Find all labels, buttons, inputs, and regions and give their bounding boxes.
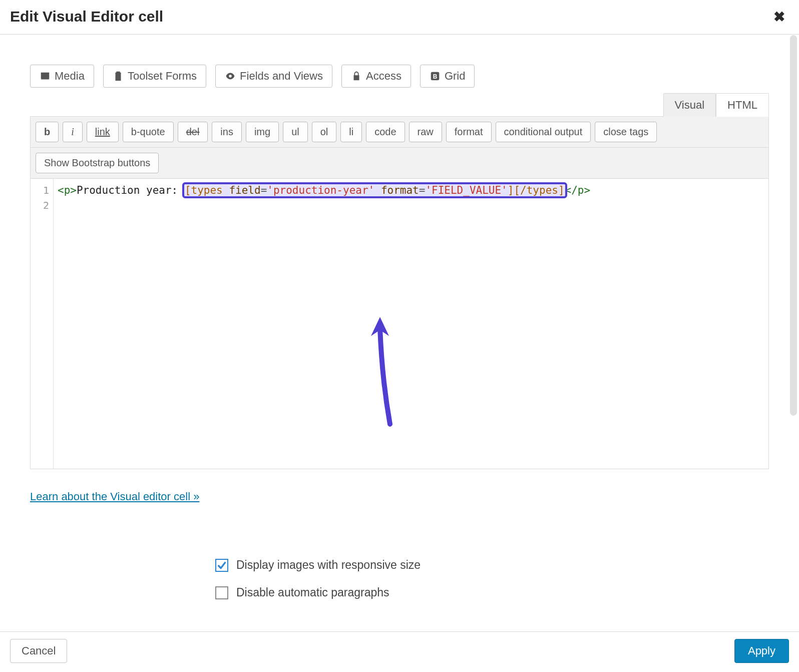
apply-button[interactable]: Apply: [734, 639, 789, 663]
dialog-title: Edit Visual Editor cell: [10, 8, 163, 25]
qt-close-tags[interactable]: close tags: [595, 122, 657, 142]
tab-html[interactable]: HTML: [716, 93, 769, 117]
option-responsive-images[interactable]: Display images with responsive size: [215, 558, 769, 572]
code-content[interactable]: <p>Production year: [types field='produc…: [54, 179, 768, 469]
plain-text: Production year:: [77, 184, 184, 196]
image-icon: [40, 71, 51, 82]
sc-bracket: ]: [558, 184, 565, 196]
access-label: Access: [366, 70, 402, 83]
access-button[interactable]: Access: [341, 65, 411, 88]
close-icon[interactable]: ✖: [773, 9, 785, 25]
options: Display images with responsive size Disa…: [215, 558, 769, 599]
tab-visual[interactable]: Visual: [663, 93, 716, 117]
toolset-forms-label: Toolset Forms: [128, 70, 197, 83]
qt-bquote[interactable]: b-quote: [123, 122, 174, 142]
qt-italic[interactable]: i: [63, 122, 83, 142]
sc-bracket: ][/: [508, 184, 527, 196]
qt-raw[interactable]: raw: [409, 122, 442, 142]
media-button[interactable]: Media: [30, 65, 94, 88]
fields-views-label: Fields and Views: [240, 70, 323, 83]
media-button-label: Media: [55, 70, 85, 83]
qt-format[interactable]: format: [446, 122, 492, 142]
qt-bold[interactable]: b: [36, 122, 59, 142]
qt-del[interactable]: del: [178, 122, 208, 142]
p-close-tag: </p>: [565, 184, 591, 196]
sc-tag: types: [527, 184, 558, 196]
attr-eq: =: [419, 184, 426, 196]
checkbox-empty-icon[interactable]: [215, 586, 228, 599]
attr-val: 'FIELD_VALUE': [425, 184, 507, 196]
line-number: 2: [31, 198, 49, 213]
qt-bootstrap[interactable]: Show Bootstrap buttons: [36, 153, 159, 173]
grid-label: Grid: [445, 70, 466, 83]
media-button-row: Media Toolset Forms Fields and Views Acc…: [30, 65, 769, 88]
dialog-footer: Cancel Apply: [0, 631, 799, 672]
eye-icon: [225, 71, 236, 82]
qt-ol[interactable]: ol: [312, 122, 337, 142]
editor-tabs: Visual HTML: [30, 93, 769, 117]
bootstrap-icon: B: [430, 71, 441, 82]
lock-icon: [351, 71, 362, 82]
line-number: 1: [31, 183, 49, 198]
learn-more-link[interactable]: Learn about the Visual editor cell »: [30, 490, 199, 503]
cancel-button[interactable]: Cancel: [10, 639, 67, 663]
clipboard-icon: [113, 71, 124, 82]
svg-text:B: B: [433, 73, 438, 80]
qt-conditional[interactable]: conditional output: [496, 122, 591, 142]
attr-eq: =: [261, 184, 267, 196]
qt-img[interactable]: img: [246, 122, 279, 142]
option-disable-autop[interactable]: Disable automatic paragraphs: [215, 586, 769, 599]
qt-link[interactable]: link: [87, 122, 119, 142]
qt-li[interactable]: li: [340, 122, 362, 142]
attr-key: format: [381, 184, 419, 196]
option-label: Display images with responsive size: [236, 558, 421, 572]
qt-ins[interactable]: ins: [212, 122, 242, 142]
shortcode-highlight: [types field='production-year' format='F…: [184, 184, 565, 196]
quicktags-toolbar: b i link b-quote del ins img ul ol li co…: [30, 116, 769, 148]
qt-code[interactable]: code: [366, 122, 405, 142]
code-editor[interactable]: 1 2 <p>Production year: [types field='pr…: [30, 179, 769, 469]
p-open-tag: <p>: [58, 184, 77, 196]
attr-val: 'production-year': [267, 184, 374, 196]
grid-button[interactable]: B Grid: [420, 65, 475, 88]
option-label: Disable automatic paragraphs: [236, 586, 389, 599]
sc-tag: types: [191, 184, 223, 196]
qt-ul[interactable]: ul: [283, 122, 308, 142]
checkbox-checked-icon[interactable]: [215, 559, 228, 572]
toolset-forms-button[interactable]: Toolset Forms: [103, 65, 206, 88]
attr-key: field: [229, 184, 260, 196]
line-gutter: 1 2: [31, 179, 54, 469]
sc-bracket: [: [185, 184, 191, 196]
fields-views-button[interactable]: Fields and Views: [215, 65, 332, 88]
